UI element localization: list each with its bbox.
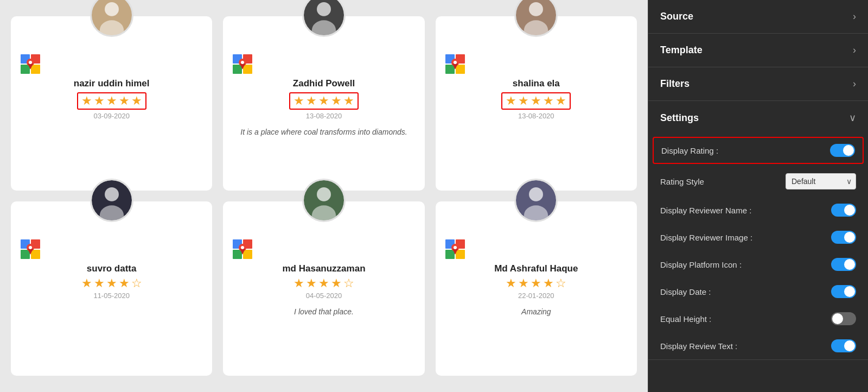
svg-point-32 — [454, 61, 457, 64]
display-rating-toggle[interactable] — [830, 144, 855, 157]
star-icon: ☆ — [131, 277, 142, 289]
rating-style-row: Rating Style Default Stars Numeric — [648, 166, 868, 197]
display-review-text-label: Display Review Text : — [660, 342, 737, 351]
review-card: md Hasanuzzaman ★★★★☆ 04-05-2020 I loved… — [223, 201, 424, 376]
star-icon: ★ — [293, 95, 304, 107]
svg-point-65 — [454, 246, 457, 249]
display-platform-icon-toggle[interactable] — [831, 258, 856, 271]
rating-style-dropdown-wrapper[interactable]: Default Stars Numeric — [786, 173, 856, 189]
review-card: Zadhid Powell ★★★★★ 13-08-2020 It is a p… — [223, 16, 424, 191]
svg-rect-18 — [243, 65, 252, 74]
card-inner: suvro datta ★★★★☆ 11-05-2020 — [20, 238, 203, 304]
source-row[interactable]: Source › — [648, 0, 868, 33]
template-row[interactable]: Template › — [648, 34, 868, 67]
star-icon: ★ — [106, 277, 117, 289]
display-date-toggle[interactable] — [831, 285, 856, 298]
star-icon: ★ — [106, 95, 117, 107]
equal-height-toggle[interactable] — [831, 312, 856, 325]
display-date-label: Display Date : — [660, 287, 711, 296]
star-icon: ★ — [518, 95, 529, 107]
card-inner: md Hasanuzzaman ★★★★☆ 04-05-2020 I loved… — [232, 238, 416, 316]
settings-label: Settings — [660, 112, 699, 124]
review-date: 13-08-2020 — [306, 112, 342, 120]
star-icon: ★ — [131, 95, 142, 107]
rating-style-select[interactable]: Default Stars Numeric — [786, 173, 856, 189]
svg-rect-29 — [456, 65, 465, 74]
star-icon: ★ — [81, 95, 92, 107]
svg-point-43 — [29, 246, 32, 249]
equal-height-label: Equal Height : — [660, 314, 711, 324]
source-section[interactable]: Source › — [648, 0, 868, 34]
svg-point-45 — [317, 187, 331, 201]
google-maps-icon — [444, 53, 466, 75]
filters-chevron-icon: › — [853, 78, 856, 90]
rating-style-label: Rating Style — [660, 177, 704, 186]
review-card: Md Ashraful Haque ★★★★☆ 22-01-2020 Amazi… — [436, 201, 637, 376]
card-inner: Md Ashraful Haque ★★★★☆ 22-01-2020 Amazi… — [444, 238, 628, 316]
svg-point-1 — [105, 2, 119, 16]
reviewer-name: Md Ashraful Haque — [494, 263, 578, 274]
star-icon: ★ — [94, 95, 105, 107]
display-reviewer-image-toggle[interactable] — [831, 231, 856, 244]
svg-point-23 — [529, 2, 543, 16]
reviewer-name: nazir uddin himel — [74, 78, 150, 89]
star-icon: ★ — [119, 95, 130, 107]
svg-rect-40 — [31, 250, 40, 259]
reviewer-name: md Hasanuzzaman — [282, 263, 365, 274]
svg-point-56 — [529, 187, 543, 201]
right-panel: Source › Template › Filters › Settings ∨… — [648, 0, 868, 392]
svg-rect-17 — [233, 65, 242, 74]
review-card: suvro datta ★★★★☆ 11-05-2020 — [11, 201, 212, 376]
display-date-row: Display Date : — [648, 278, 868, 305]
svg-point-54 — [241, 246, 244, 249]
review-date: 13-08-2020 — [518, 112, 554, 120]
review-text: Amazing — [521, 307, 551, 316]
stars-wrapper: ★★★★☆ — [293, 277, 354, 289]
svg-rect-7 — [31, 65, 40, 74]
display-review-text-toggle[interactable] — [831, 339, 856, 352]
card-inner: shalina ela ★★★★★ 13-08-2020 — [444, 53, 628, 124]
display-reviewer-name-row: Display Reviewer Name : — [648, 197, 868, 224]
reviewer-name: shalina ela — [513, 78, 560, 89]
display-review-text-row: Display Review Text : — [648, 332, 868, 359]
template-section[interactable]: Template › — [648, 34, 868, 67]
stars-wrapper: ★★★★☆ — [506, 277, 566, 289]
star-icon: ★ — [94, 277, 105, 289]
star-icon: ★ — [506, 277, 516, 289]
star-icon: ★ — [343, 95, 354, 107]
star-icon: ★ — [331, 95, 342, 107]
star-icon: ★ — [531, 95, 541, 107]
star-icon: ★ — [306, 95, 317, 107]
review-date: 22-01-2020 — [518, 292, 554, 300]
avatar — [90, 179, 133, 222]
source-label: Source — [660, 11, 693, 22]
filters-label: Filters — [660, 78, 690, 90]
star-icon: ★ — [331, 277, 342, 289]
filters-row[interactable]: Filters › — [648, 67, 868, 100]
avatar — [302, 179, 346, 222]
reviewer-name: Zadhid Powell — [293, 78, 355, 89]
display-platform-icon-row: Display Platform Icon : — [648, 251, 868, 278]
star-icon: ★ — [543, 277, 554, 289]
svg-point-12 — [317, 2, 331, 16]
star-icon: ★ — [119, 277, 130, 289]
star-icon: ★ — [318, 277, 329, 289]
star-icon: ☆ — [343, 277, 354, 289]
star-icon: ★ — [293, 277, 304, 289]
stars-wrapper: ★★★★★ — [77, 92, 146, 110]
stars-wrapper: ★★★★★ — [289, 92, 359, 110]
svg-rect-62 — [456, 250, 465, 259]
settings-row[interactable]: Settings ∨ — [648, 101, 868, 135]
filters-section[interactable]: Filters › — [648, 67, 868, 101]
google-maps-icon — [20, 238, 41, 260]
svg-rect-61 — [445, 250, 455, 259]
avatar — [514, 0, 558, 37]
avatar — [302, 0, 346, 37]
display-reviewer-name-toggle[interactable] — [831, 204, 856, 217]
review-date: 03-09-2020 — [93, 112, 130, 120]
template-chevron-icon: › — [853, 45, 856, 56]
star-icon: ★ — [506, 95, 516, 107]
star-icon: ★ — [556, 95, 566, 107]
star-icon: ★ — [543, 95, 554, 107]
display-rating-label: Display Rating : — [661, 146, 718, 155]
